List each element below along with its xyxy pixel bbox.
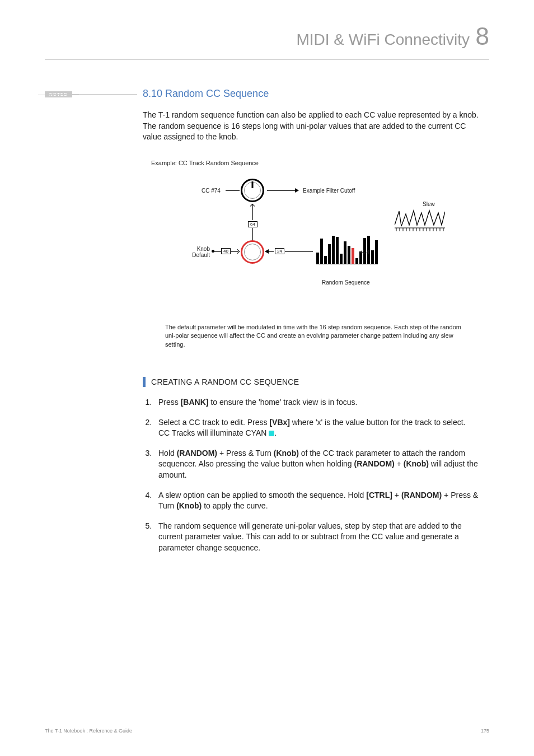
sub-heading: CREATING A RANDOM CC SEQUENCE (143, 377, 479, 387)
diagram: CC #74 Example Filter Cutoff Slew (143, 178, 479, 306)
step-1: Press [BANK] to ensure the 'home' track … (154, 397, 479, 408)
section-heading: 8.10 Random CC Sequence (143, 88, 479, 100)
sub-heading-text: CREATING A RANDOM CC SEQUENCE (151, 377, 299, 386)
footer-left: The T-1 Notebook : Reference & Guide (45, 728, 132, 734)
value-24-box: 24 (275, 248, 284, 254)
blue-bar-icon (143, 377, 146, 387)
page-footer: The T-1 Notebook : Reference & Guide 175 (45, 728, 489, 734)
sidebar: NOTES (45, 88, 143, 562)
value-64-box: 64 (248, 221, 257, 227)
step-4: A slew option can be applied to smooth t… (154, 490, 479, 512)
chapter-title: MIDI & WiFi Connectivity (296, 31, 470, 49)
step-3: Hold (RANDOM) + Press & Turn (Knob) of t… (154, 448, 479, 481)
value-40-box: 40 (221, 248, 231, 254)
main-content: 8.10 Random CC Sequence The T-1 random s… (143, 88, 479, 562)
step-5: The random sequence will generate uni-po… (154, 521, 479, 554)
slew-ticks-icon (395, 228, 445, 232)
cc-label: CC #74 (202, 188, 221, 194)
example-label: Example: CC Track Random Sequence (151, 160, 479, 166)
chapter-number: 8 (476, 22, 489, 50)
step-2: Select a CC track to edit. Press [VBx] w… (154, 417, 479, 439)
knob-cc-icon (241, 179, 264, 202)
page-body: NOTES 8.10 Random CC Sequence The T-1 ra… (0, 60, 534, 562)
section-heading-text: 8.10 Random CC Sequence (143, 88, 269, 99)
steps-list: Press [BANK] to ensure the 'home' track … (143, 397, 479, 554)
explanation-text: The default parameter will be modulated … (165, 323, 467, 349)
random-sequence-label: Random Sequence (322, 279, 370, 286)
example-dest: Example Filter Cutoff (303, 188, 355, 194)
knob-default-label: Knob Default (176, 246, 210, 258)
slew-label: Slew (423, 201, 435, 207)
cyan-square-icon (269, 431, 274, 436)
intro-paragraph: The T-1 random sequence function can als… (143, 110, 479, 143)
page-number: 175 (481, 728, 489, 734)
page-header: MIDI & WiFi Connectivity 8 (0, 0, 534, 56)
notes-tag: NOTES (45, 91, 72, 97)
random-offset: +24 (360, 249, 369, 255)
slew-waveform-icon (395, 208, 445, 231)
knob-param-icon (241, 240, 264, 264)
